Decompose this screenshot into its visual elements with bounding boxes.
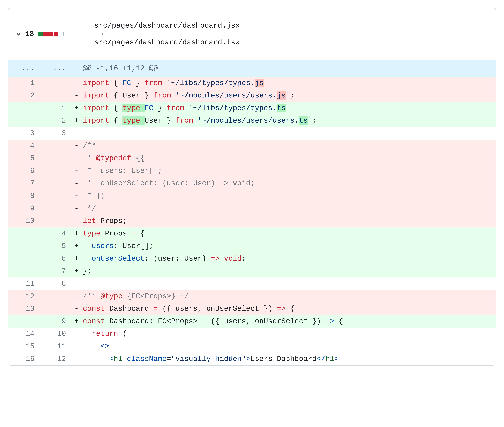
code-cell[interactable]: import { User } from '~/modules/users/us… [82,89,496,102]
old-line-number[interactable]: 15 [8,340,40,353]
diff-sign [71,340,82,353]
new-line-number[interactable]: 8 [40,277,71,290]
code-cell[interactable]: }; [82,265,496,278]
new-line-number[interactable]: 4 [40,227,71,240]
code-cell[interactable]: * @typedef {{ [82,152,496,165]
new-line-number [40,152,71,165]
code-cell[interactable]: const Dashboard: FC<Props> = ({ users, o… [82,315,496,328]
old-line-number[interactable]: 12 [8,290,40,303]
code-cell[interactable]: * onUserSelect: (user: User) => void; [82,177,496,190]
diff-line: 118 [8,277,496,290]
diff-line: 1-import { FC } from '~/libs/types/types… [8,77,496,90]
code-cell[interactable] [82,277,496,290]
new-line-number [40,77,71,90]
diff-sign: - [71,202,82,215]
code-cell[interactable]: onUserSelect: (user: User) => void; [82,252,496,265]
diff-file-header[interactable]: 18 src/pages/dashboard/dashboard.jsx → s… [8,8,496,60]
code-cell[interactable]: import { type User } from '~/modules/use… [82,114,496,127]
new-line-number[interactable]: 5 [40,240,71,252]
code-cell[interactable]: * }} [82,190,496,202]
old-line-number[interactable]: 9 [8,202,40,215]
old-line-number[interactable]: 11 [8,277,40,290]
diff-sign: + [71,265,82,278]
old-line-number[interactable]: 4 [8,140,40,152]
diff-sign: - [71,303,82,315]
diff-line: 8- * }} [8,190,496,202]
code-cell[interactable]: import { FC } from '~/libs/types/types.j… [82,77,496,90]
old-line-number [8,265,40,278]
new-line-number[interactable]: 12 [40,353,71,365]
old-line-number[interactable]: 6 [8,165,40,177]
new-line-number[interactable]: 1 [40,102,71,114]
diff-table: ... ... @@ -1,16 +1,12 @@ 1-import { FC … [8,60,496,365]
code-cell[interactable]: import { type FC } from '~/libs/types/ty… [82,102,496,114]
code-cell[interactable] [82,127,496,140]
new-line-number [40,177,71,190]
code-cell[interactable]: * users: User[]; [82,165,496,177]
new-line-number[interactable]: 11 [40,340,71,353]
diff-file: 18 src/pages/dashboard/dashboard.jsx → s… [8,8,496,366]
diffstat-square-del [43,32,48,36]
chevron-down-icon[interactable] [16,31,21,37]
new-line-number[interactable]: 10 [40,328,71,340]
diff-line: 1511 <> [8,340,496,353]
diff-line: 6- * users: User[]; [8,165,496,177]
new-line-number[interactable]: 6 [40,252,71,265]
code-cell[interactable]: const Dashboard = ({ users, onUserSelect… [82,303,496,315]
new-line-number [40,215,71,227]
hunk-new-marker[interactable]: ... [40,60,71,77]
diff-line: 5+ users: User[]; [8,240,496,252]
old-line-number [8,240,40,252]
diff-line: 1+import { type FC } from '~/libs/types/… [8,102,496,114]
code-cell[interactable]: /** [82,140,496,152]
diff-sign [71,127,82,140]
hunk-header-row[interactable]: ... ... @@ -1,16 +1,12 @@ [8,60,496,77]
diff-sign: - [71,290,82,303]
old-line-number[interactable]: 13 [8,303,40,315]
diff-line: 7- * onUserSelect: (user: User) => void; [8,177,496,190]
diff-sign: - [71,77,82,90]
hunk-old-marker[interactable]: ... [8,60,40,77]
diff-line: 33 [8,127,496,140]
new-line-number[interactable]: 2 [40,114,71,127]
diff-line: 6+ onUserSelect: (user: User) => void; [8,252,496,265]
code-cell[interactable]: let Props; [82,215,496,227]
code-cell[interactable]: type Props = { [82,227,496,240]
file-path-old: src/pages/dashboard/dashboard.jsx [94,21,240,30]
new-line-number[interactable]: 3 [40,127,71,140]
diff-line: 2+import { type User } from '~/modules/u… [8,114,496,127]
old-line-number [8,315,40,328]
code-cell[interactable]: /** @type {FC<Props>} */ [82,290,496,303]
code-cell[interactable]: <h1 className="visually-hidden">Users Da… [82,353,496,365]
diff-sign: + [71,102,82,114]
diff-sign: + [71,315,82,328]
old-line-number [8,114,40,127]
new-line-number [40,190,71,202]
code-cell[interactable]: <> [82,340,496,353]
old-line-number[interactable]: 16 [8,353,40,365]
new-line-number [40,303,71,315]
new-line-number[interactable]: 7 [40,265,71,278]
old-line-number[interactable]: 3 [8,127,40,140]
old-line-number[interactable]: 5 [8,152,40,165]
code-cell[interactable]: */ [82,202,496,215]
old-line-number[interactable]: 7 [8,177,40,190]
diff-sign: - [71,215,82,227]
old-line-number[interactable]: 1 [8,77,40,90]
diffstat-square-add [38,32,43,36]
diff-line: 1410 return ( [8,328,496,340]
old-line-number [8,252,40,265]
old-line-number[interactable]: 8 [8,190,40,202]
diff-sign: - [71,89,82,102]
diffstat-square-del [54,32,58,36]
diff-sign: - [71,140,82,152]
hunk-header-text: @@ -1,16 +1,12 @@ [82,60,496,77]
old-line-number[interactable]: 10 [8,215,40,227]
old-line-number[interactable]: 14 [8,328,40,340]
new-line-number[interactable]: 9 [40,315,71,328]
code-cell[interactable]: users: User[]; [82,240,496,252]
file-path[interactable]: src/pages/dashboard/dashboard.jsx → src/… [68,13,240,55]
code-cell[interactable]: return ( [82,328,496,340]
old-line-number[interactable]: 2 [8,89,40,102]
diff-line: 12-/** @type {FC<Props>} */ [8,290,496,303]
